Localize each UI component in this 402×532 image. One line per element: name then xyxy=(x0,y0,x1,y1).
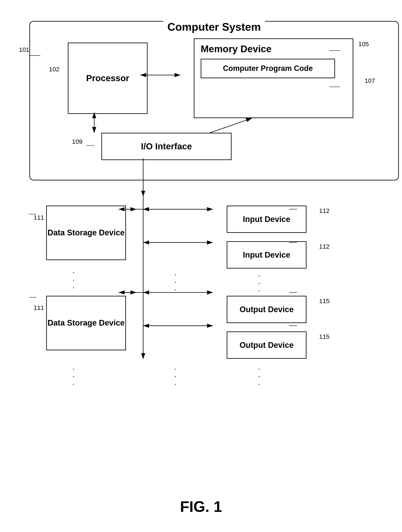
output-device-label-2: Output Device xyxy=(240,341,294,350)
dots-input: ··· xyxy=(258,272,261,294)
data-storage-box-1: Data Storage Device xyxy=(46,206,126,260)
program-code-label: Computer Program Code xyxy=(223,64,313,73)
ref-111-2: 111 xyxy=(34,304,44,311)
output-device-box-1: Output Device xyxy=(227,296,306,323)
program-code-box: Computer Program Code xyxy=(201,59,335,78)
memory-device-box: Memory Device Computer Program Code xyxy=(194,38,353,118)
ref-112-2: 112 xyxy=(319,243,330,250)
data-storage-label-2: Data Storage Device xyxy=(47,318,125,328)
data-storage-label-1: Data Storage Device xyxy=(47,228,125,238)
processor-box: Processor xyxy=(68,43,148,114)
ref-115-2: 115 xyxy=(319,333,330,340)
diagram-container: Computer System Processor Memory Device … xyxy=(17,13,385,490)
dots-output: ··· xyxy=(258,365,261,388)
fig-label: FIG. 1 xyxy=(180,498,222,515)
dots-center: ··· xyxy=(174,271,177,293)
ref-112-1: 112 xyxy=(319,207,330,214)
output-device-label-1: Output Device xyxy=(240,305,294,314)
io-interface-box: I/O Interface xyxy=(101,133,232,160)
output-device-box-2: Output Device xyxy=(227,331,306,359)
input-device-box-2: Input Device xyxy=(227,241,306,268)
memory-device-title: Memory Device xyxy=(201,43,272,55)
ref-101: 101 xyxy=(19,46,29,53)
dots-storage-2: ··· xyxy=(72,365,75,388)
ref-115-1: 115 xyxy=(319,298,330,304)
lower-section: Data Storage Device Data Storage Device … xyxy=(29,193,399,390)
input-device-label-2: Input Device xyxy=(243,250,290,260)
input-device-label-1: Input Device xyxy=(243,215,290,224)
io-interface-label: I/O Interface xyxy=(141,141,192,152)
ref-105: 105 xyxy=(358,40,369,48)
ref-109: 109 xyxy=(72,138,83,145)
processor-label: Processor xyxy=(86,73,129,83)
ref-111-1: 111 xyxy=(34,214,44,221)
ref-102: 102 xyxy=(49,66,59,73)
computer-system-title: Computer System xyxy=(163,20,265,33)
computer-system-box: Computer System Processor Memory Device … xyxy=(29,21,399,180)
dots-storage-1: ··· xyxy=(72,268,75,291)
data-storage-box-2: Data Storage Device xyxy=(46,296,126,350)
input-device-box-1: Input Device xyxy=(227,206,306,233)
dots-center-2: ··· xyxy=(174,365,177,388)
ref-107: 107 xyxy=(365,77,375,84)
